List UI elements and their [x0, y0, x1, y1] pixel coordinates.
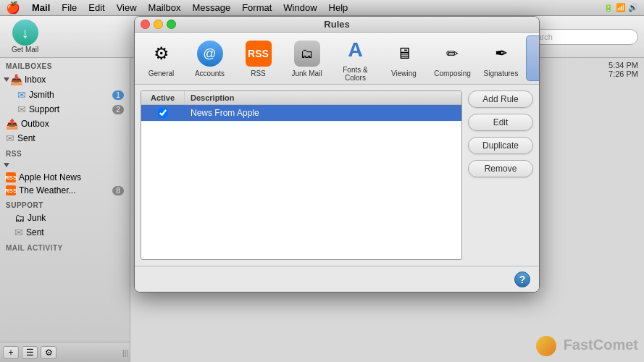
tab-accounts[interactable]: @ Accounts — [186, 36, 233, 80]
modal-toolbar: ⚙ General @ Accounts RSS RSS — [135, 33, 539, 85]
modal-titlebar: Rules — [135, 17, 539, 33]
get-mail-icon: ↓ — [12, 20, 38, 46]
viewing-label: Viewing — [391, 70, 417, 77]
menu-bar: 🍎 Mail File Edit View Mailbox Message Fo… — [0, 0, 644, 16]
minimize-button[interactable] — [154, 20, 163, 29]
support-header: SUPPORT — [0, 197, 130, 211]
get-mail-label: Get Mail — [12, 46, 38, 54]
tab-junkmail[interactable]: 🗂 Junk Mail — [283, 36, 330, 80]
modal-footer: ? — [135, 266, 539, 292]
outbox-icon: 📤 — [6, 118, 18, 130]
apple-hot-news-label: Apple Hot News — [19, 172, 124, 182]
menu-view[interactable]: View — [117, 2, 137, 13]
fonts-label: Fonts & Colors — [336, 66, 375, 82]
support-badge: 2 — [112, 105, 124, 114]
maximize-button[interactable] — [167, 20, 176, 29]
viewing-icon: 🖥 — [390, 39, 419, 68]
menu-mailbox[interactable]: Mailbox — [149, 2, 181, 13]
window-controls — [141, 20, 176, 29]
rss-disclosure[interactable] — [3, 161, 10, 169]
rules-modal: Rules ⚙ General @ Accounts RSS — [134, 16, 540, 292]
tab-signatures[interactable]: ✒ Signatures — [477, 36, 524, 80]
inbox-group-row[interactable]: 📥 Inbox — [0, 72, 130, 88]
sidebar: MAILBOXES 📥 Inbox ✉ Jsmith 1 ✉ Support — [0, 58, 130, 362]
signatures-icon: ✒ — [487, 39, 516, 68]
accounts-icon: @ — [196, 39, 225, 68]
tab-rss[interactable]: RSS RSS — [235, 36, 282, 80]
help-button[interactable]: ? — [514, 272, 530, 287]
tab-viewing[interactable]: 🖥 Viewing — [380, 36, 427, 80]
tab-general[interactable]: ⚙ General — [138, 36, 185, 80]
rss-weather-icon: RSS — [6, 185, 16, 195]
menu-mail[interactable]: Mail — [32, 2, 50, 13]
rss-header: RSS — [0, 146, 130, 159]
junkmail-icon: 🗂 — [293, 39, 322, 68]
tab-fonts-colors[interactable]: A Fonts & Colors — [332, 33, 379, 85]
jsmith-badge: 1 — [112, 90, 124, 100]
composing-icon: ✏ — [438, 39, 467, 68]
sidebar-item-weather[interactable]: RSS The Weather... 8 — [0, 184, 130, 197]
rss-apple-icon: RSS — [6, 172, 16, 182]
sidebar-item-apple-hot-news[interactable]: RSS Apple Hot News — [0, 171, 130, 184]
add-mailbox-button[interactable]: + — [3, 346, 19, 359]
sidebar-footer: + ☰ ⚙ ||| — [0, 342, 130, 362]
general-icon: ⚙ — [147, 39, 176, 68]
settings-button[interactable]: ⚙ — [41, 346, 57, 359]
support-sent-label: Sent — [26, 227, 124, 237]
delete-mailbox-button[interactable]: ☰ — [22, 346, 38, 359]
inbox-disclosure[interactable] — [3, 76, 10, 83]
col-active-header: Active — [141, 91, 185, 104]
composing-label: Composing — [434, 70, 471, 77]
rss-icon: RSS — [244, 39, 273, 68]
table-row[interactable]: News From Apple — [141, 105, 461, 122]
inbox-label: Inbox — [25, 75, 46, 85]
col-description-header: Description — [185, 91, 461, 104]
menu-window[interactable]: Window — [283, 2, 317, 13]
edit-button[interactable]: Edit — [468, 114, 533, 131]
modal-title: Rules — [324, 19, 349, 30]
tab-rules[interactable]: ✦ Rules — [526, 35, 540, 81]
row-active-checkbox[interactable] — [158, 108, 168, 118]
inbox-icon: 📥 — [10, 74, 22, 85]
tab-composing[interactable]: ✏ Composing — [429, 36, 476, 80]
get-mail-button[interactable]: ↓ Get Mail — [6, 17, 44, 56]
rss-group-row[interactable] — [0, 159, 130, 171]
rules-icon: ✦ — [535, 39, 540, 68]
weather-badge: 8 — [112, 186, 124, 195]
menu-format[interactable]: Format — [242, 2, 272, 13]
sidebar-item-support[interactable]: ✉ Support 2 — [0, 102, 130, 117]
fonts-icon: A — [341, 35, 370, 64]
sidebar-scroll-area: MAILBOXES 📥 Inbox ✉ Jsmith 1 ✉ Support — [0, 58, 130, 342]
add-rule-button[interactable]: Add Rule — [468, 90, 533, 108]
remove-button[interactable]: Remove — [468, 160, 533, 177]
general-label: General — [149, 70, 175, 77]
menu-edit[interactable]: Edit — [88, 2, 104, 13]
sidebar-item-jsmith[interactable]: ✉ Jsmith 1 — [0, 88, 130, 102]
sidebar-item-outbox[interactable]: 📤 Outbox — [0, 117, 130, 131]
rules-table: Active Description News From Apple — [141, 90, 462, 260]
resize-handle[interactable]: ||| — [122, 348, 127, 357]
mailboxes-header: MAILBOXES — [0, 58, 130, 72]
close-button[interactable] — [141, 20, 150, 29]
sent-icon: ✉ — [6, 132, 14, 144]
apple-menu[interactable]: 🍎 — [6, 1, 20, 14]
junk-label: Junk — [28, 213, 124, 223]
duplicate-button[interactable]: Duplicate — [468, 137, 533, 154]
menu-help[interactable]: Help — [329, 2, 348, 13]
modal-body: Active Description News From Apple Add R… — [135, 85, 539, 266]
sidebar-item-junk[interactable]: 🗂 Junk — [0, 211, 130, 225]
menu-file[interactable]: File — [62, 2, 77, 13]
time-line1: 5:34 PM — [609, 61, 638, 70]
junk-icon: 🗂 — [14, 212, 25, 224]
rss-label: RSS — [251, 70, 266, 77]
menu-message[interactable]: Message — [192, 2, 230, 13]
system-icons: 🔋 📶 🔊 — [603, 3, 638, 12]
sidebar-item-sent[interactable]: ✉ Sent — [0, 131, 130, 146]
time-line2: 7:26 PM — [609, 70, 638, 78]
support-sent-icon: ✉ — [14, 227, 23, 238]
jsmith-label: Jsmith — [29, 90, 109, 100]
jsmith-icon: ✉ — [17, 89, 26, 101]
rules-table-header: Active Description — [141, 91, 461, 105]
app-background: 🍎 Mail File Edit View Mailbox Message Fo… — [0, 0, 644, 362]
sidebar-item-support-sent[interactable]: ✉ Sent — [0, 225, 130, 240]
